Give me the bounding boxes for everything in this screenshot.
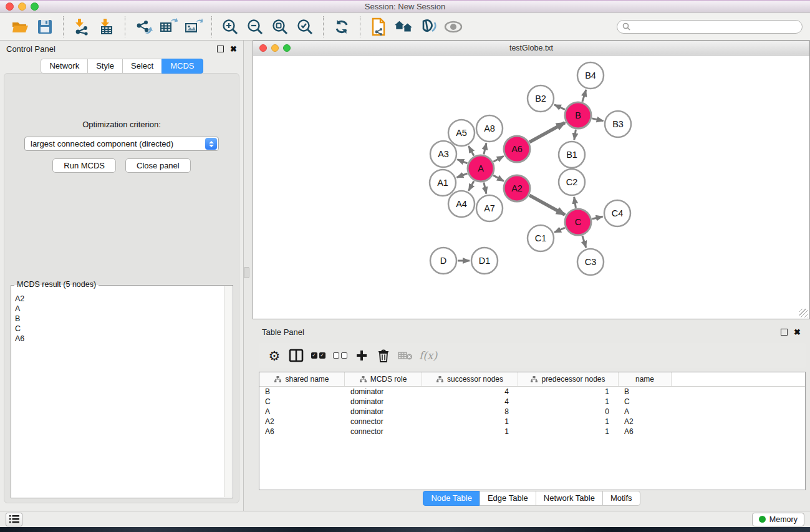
mcds-result-list[interactable]: A2 A B C A6: [12, 286, 224, 497]
open-session-icon[interactable]: [11, 17, 29, 36]
save-session-icon[interactable]: [36, 17, 54, 36]
network-from-file-icon[interactable]: [369, 17, 388, 36]
table-row[interactable]: Bdominator41B: [259, 387, 805, 397]
app-titlebar: Session: New Session: [0, 0, 810, 12]
close-table-panel-icon[interactable]: ✖: [794, 329, 801, 336]
desktop-background: [0, 527, 810, 532]
home-networks-icon[interactable]: [394, 17, 413, 36]
window-resize-grip[interactable]: [799, 309, 808, 317]
list-scrollbar[interactable]: [224, 286, 232, 497]
toolbar-separator: [211, 16, 212, 37]
graph-edge-A-A2[interactable]: [493, 175, 504, 181]
graph-edge-C-C2[interactable]: [574, 197, 576, 208]
export-image-icon[interactable]: [184, 17, 203, 36]
tab-edge-table[interactable]: Edge Table: [480, 491, 536, 506]
graph-edge-B-B4[interactable]: [582, 90, 586, 102]
delete-column-trash-icon[interactable]: [375, 347, 392, 364]
criterion-dropdown[interactable]: largest connected component (directed): [24, 137, 219, 151]
tab-network[interactable]: Network: [41, 59, 88, 74]
mcds-result-item[interactable]: A6: [15, 334, 224, 344]
graph-edge-C-C3[interactable]: [582, 236, 586, 248]
application-window: Session: New Session: [0, 0, 810, 532]
zoom-out-icon[interactable]: [246, 17, 264, 36]
memory-label: Memory: [769, 515, 798, 524]
task-history-button[interactable]: [6, 513, 22, 526]
export-network-icon[interactable]: [134, 17, 153, 36]
session-title: Session: New Session: [0, 2, 810, 11]
run-mcds-button[interactable]: Run MCDS: [52, 158, 116, 173]
tab-network-table[interactable]: Network Table: [536, 491, 603, 506]
main-area: Control Panel ✖ Network Style Select MCD…: [0, 41, 810, 511]
task-list-icon: [9, 515, 19, 523]
mcds-result-item[interactable]: C: [15, 324, 224, 334]
mcds-result-item[interactable]: A: [15, 304, 224, 314]
graph-edge-A-A7[interactable]: [484, 183, 486, 194]
table-row[interactable]: A6connector11A6: [259, 427, 805, 437]
graph-edge-A-A1[interactable]: [457, 173, 468, 177]
function-builder-icon[interactable]: f(x): [419, 347, 437, 364]
graph-edge-B-B3[interactable]: [592, 118, 604, 121]
graph-node-label-A1: A1: [437, 178, 448, 188]
memory-button[interactable]: Memory: [752, 513, 804, 526]
tab-mcds[interactable]: MCDS: [162, 59, 203, 74]
table-settings-gear-icon[interactable]: ⚙: [266, 347, 282, 364]
graph-edge-A2-C[interactable]: [529, 195, 565, 215]
search-input[interactable]: [634, 22, 797, 31]
column-header-shared-name[interactable]: shared name: [259, 372, 345, 386]
tab-node-table[interactable]: Node Table: [423, 491, 480, 506]
float-table-panel-icon[interactable]: [781, 329, 788, 336]
table-row[interactable]: A2connector11A2: [259, 417, 805, 427]
refresh-icon[interactable]: [332, 17, 351, 36]
graph-edge-B-B1[interactable]: [574, 130, 576, 140]
export-table-icon[interactable]: [159, 17, 178, 36]
show-columns-icon[interactable]: [288, 347, 304, 364]
add-column-icon[interactable]: [354, 347, 370, 364]
tab-style[interactable]: Style: [87, 59, 123, 74]
close-panel-button[interactable]: Close panel: [125, 158, 191, 173]
zoom-selected-icon[interactable]: [296, 17, 314, 36]
column-header-successor-nodes[interactable]: successor nodes: [422, 372, 518, 386]
search-field[interactable]: [617, 20, 803, 34]
label-visibility-icon[interactable]: [419, 17, 438, 36]
control-panel: Control Panel ✖ Network Style Select MCD…: [0, 41, 244, 511]
network-view-window: testGlobe.txt B4B2BB3B1A5A8A6A3AA1A2C2A4…: [253, 41, 810, 319]
unselect-all-columns-icon[interactable]: [332, 347, 348, 364]
search-icon: [622, 22, 630, 31]
graph-edge-C-C1[interactable]: [554, 228, 565, 232]
network-window-titlebar[interactable]: testGlobe.txt: [253, 41, 809, 56]
zoom-in-icon[interactable]: [221, 17, 239, 36]
select-all-columns-icon[interactable]: ✓✓: [310, 347, 326, 364]
network-window-title: testGlobe.txt: [253, 44, 809, 52]
optimization-criterion-label: Optimization criterion:: [4, 120, 239, 129]
network-canvas[interactable]: B4B2BB3B1A5A8A6A3AA1A2C2A4A7CC4C1C3DD1: [253, 56, 809, 319]
import-network-icon[interactable]: [72, 17, 91, 36]
graph-edge-C-C4[interactable]: [592, 216, 603, 219]
column-header-mcds-role[interactable]: MCDS role: [345, 372, 422, 386]
table-row[interactable]: Adominator80A: [259, 407, 805, 417]
graph-edge-A-A4[interactable]: [469, 181, 475, 191]
control-panel-tabs: Network Style Select MCDS: [0, 59, 243, 74]
table-panel: Table Panel ✖ ⚙ ✓✓: [253, 324, 810, 511]
graph-edge-B-B2[interactable]: [554, 105, 565, 110]
close-panel-icon[interactable]: ✖: [230, 46, 237, 52]
float-panel-icon[interactable]: [217, 46, 224, 52]
table-row[interactable]: Cdominator41C: [259, 397, 805, 407]
mcds-result-item[interactable]: A2: [15, 294, 224, 304]
zoom-fit-icon[interactable]: [271, 17, 289, 36]
column-header-name[interactable]: name: [619, 372, 672, 386]
mcds-tab-body: Optimization criterion: largest connecte…: [4, 73, 239, 503]
graph-node-label-B4: B4: [585, 70, 596, 80]
delete-table-icon[interactable]: [397, 347, 413, 364]
tab-select[interactable]: Select: [122, 59, 162, 74]
graph-edge-A-A5[interactable]: [469, 146, 475, 156]
graph-edge-A6-B[interactable]: [529, 123, 565, 142]
column-header-predecessor-nodes[interactable]: predecessor nodes: [518, 372, 619, 386]
graph-edge-A-A6[interactable]: [493, 156, 504, 162]
graph-edge-A-A8[interactable]: [484, 143, 486, 154]
mcds-result-item[interactable]: B: [15, 314, 224, 324]
graph-edge-A-A3[interactable]: [457, 160, 467, 163]
import-table-icon[interactable]: [97, 17, 116, 36]
eye-icon[interactable]: [444, 17, 463, 36]
tab-motifs[interactable]: Motifs: [602, 491, 640, 506]
panel-splitter-handle[interactable]: [244, 267, 249, 278]
